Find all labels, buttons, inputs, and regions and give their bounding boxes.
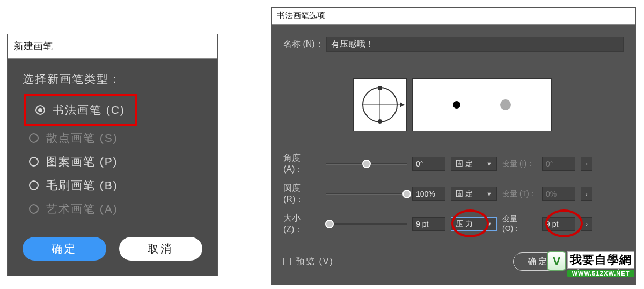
calligraphic-brush-options-dialog: 书法画笔选项 名称 (N)： 有压感哦！ 角度 (A)： 0° 固定 ▼: [271, 7, 636, 285]
angle-value-input[interactable]: 0°: [412, 157, 445, 171]
radio-icon: [29, 204, 39, 214]
chevron-down-icon: ▼: [486, 191, 492, 197]
roundness-row: 圆度 (R)： 100% 固定 ▼ 变量 (T)： 0% ›: [283, 183, 624, 205]
size-var-input[interactable]: 9 pt: [542, 217, 575, 231]
roundness-value-input[interactable]: 100%: [412, 187, 445, 201]
chevron-down-icon: ▼: [486, 221, 492, 227]
radio-label: 图案画笔 (P): [46, 154, 118, 169]
radio-calligraphic-brush[interactable]: 书法画笔 (C): [33, 98, 127, 122]
size-slider[interactable]: [326, 223, 407, 225]
roundness-var-input: 0%: [542, 187, 575, 201]
chevron-down-icon: ▼: [486, 161, 492, 167]
angle-mode-select[interactable]: 固定 ▼: [451, 157, 497, 171]
select-value: 固定: [456, 159, 475, 169]
radio-icon: [35, 105, 45, 115]
radio-label: 散点画笔 (S): [46, 131, 118, 146]
preview-checkbox[interactable]: 预览 (V): [283, 256, 334, 268]
name-input[interactable]: 有压感哦！: [326, 37, 624, 52]
radio-icon: [29, 180, 39, 190]
radio-art-brush: 艺术画笔 (A): [27, 197, 202, 221]
angle-preview-icon: [353, 78, 407, 131]
dialog-title: 书法画笔选项: [272, 8, 635, 25]
size-value-input[interactable]: 9 pt: [412, 217, 445, 231]
preview-label: 预览 (V): [296, 256, 334, 268]
angle-var-input: 0°: [542, 157, 575, 171]
roundness-var-label: 变量 (T)：: [502, 189, 537, 199]
size-label: 大小 (Z)：: [283, 213, 321, 235]
dialog-title: 新建画笔: [8, 34, 217, 59]
roundness-slider[interactable]: [326, 193, 407, 195]
roundness-mode-select[interactable]: 固定 ▼: [451, 187, 497, 201]
angle-slider[interactable]: [326, 163, 407, 165]
radio-icon: [29, 157, 39, 167]
radio-label: 书法画笔 (C): [53, 103, 125, 118]
watermark-url: WWW.51ZXW.NET: [567, 270, 634, 277]
size-mode-select[interactable]: 压力 ▼: [451, 217, 497, 231]
angle-step-button[interactable]: ›: [581, 157, 592, 171]
roundness-step-button[interactable]: ›: [581, 187, 592, 201]
radio-label: 艺术画笔 (A): [46, 201, 118, 216]
angle-label: 角度 (A)：: [283, 153, 321, 175]
brush-type-prompt: 选择新画笔类型：: [23, 71, 202, 86]
new-brush-dialog: 新建画笔 选择新画笔类型： 书法画笔 (C) 散点画笔 (S) 图案画笔 (P)…: [7, 34, 218, 276]
watermark-badge-icon: V: [547, 251, 566, 271]
select-value: 压力: [456, 219, 475, 229]
radio-pattern-brush[interactable]: 图案画笔 (P): [27, 150, 202, 174]
angle-row: 角度 (A)： 0° 固定 ▼ 变量 (I)： 0° ›: [283, 153, 624, 175]
stroke-preview-icon: [412, 78, 552, 131]
size-var-label: 变量 (O)：: [502, 214, 537, 234]
watermark-brand: 我要自學網: [567, 251, 634, 269]
radio-scatter-brush: 散点画笔 (S): [27, 126, 202, 150]
cancel-button[interactable]: 取消: [119, 237, 203, 261]
name-label: 名称 (N)：: [283, 39, 326, 50]
brush-preview: [353, 78, 624, 131]
size-row: 大小 (Z)： 9 pt 压力 ▼ 变量 (O)： 9 pt ›: [283, 213, 624, 235]
roundness-label: 圆度 (R)：: [283, 183, 321, 205]
radio-label: 毛刷画笔 (B): [46, 178, 118, 193]
highlight-calligraphic: 书法画笔 (C): [24, 94, 137, 126]
watermark: V 我要自學網 WWW.51ZXW.NET: [547, 251, 634, 277]
radio-bristle-brush[interactable]: 毛刷画笔 (B): [27, 174, 202, 197]
ok-button[interactable]: 确定: [23, 237, 106, 261]
select-value: 固定: [456, 189, 475, 199]
size-step-button[interactable]: ›: [581, 217, 592, 231]
checkbox-icon: [283, 258, 291, 265]
angle-var-label: 变量 (I)：: [502, 159, 537, 169]
radio-icon: [29, 133, 39, 143]
